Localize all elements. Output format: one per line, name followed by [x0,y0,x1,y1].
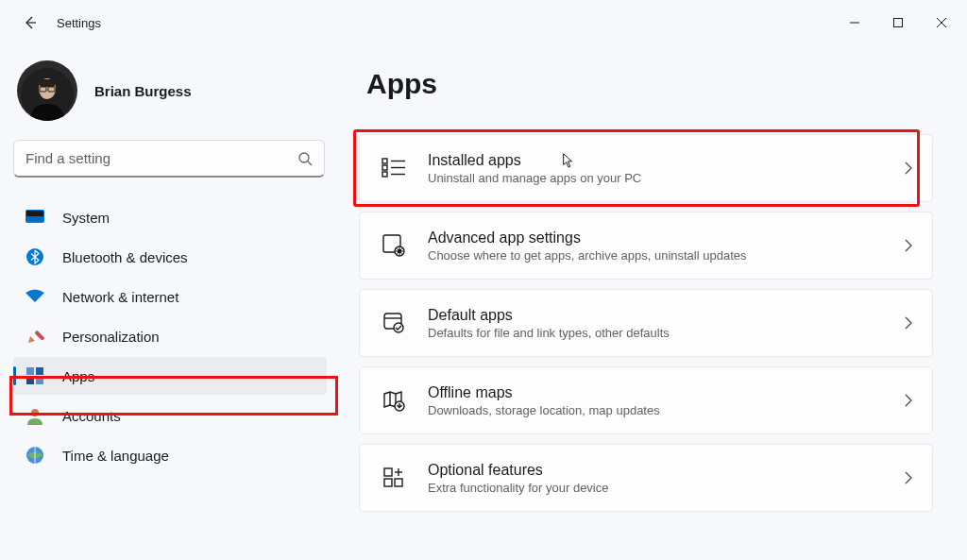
svg-point-20 [31,409,39,416]
card-title: Advanced app settings [428,229,892,246]
svg-rect-17 [36,367,43,375]
sidebar-item-personalization[interactable]: Personalization [13,317,327,355]
sidebar-item-bluetooth[interactable]: Bluetooth & devices [13,238,327,276]
svg-point-31 [399,250,401,253]
page-title: Apps [359,68,933,100]
svg-rect-39 [384,468,392,476]
advanced-settings-icon [379,230,409,261]
maps-icon [379,385,409,416]
sidebar-item-label: Personalization [62,329,160,345]
svg-rect-41 [395,479,402,486]
svg-rect-18 [26,377,34,384]
sidebar-item-time[interactable]: Time & language [13,436,327,474]
titlebar: Settings [0,0,967,45]
card-subtitle: Defaults for file and link types, other … [428,326,892,340]
svg-point-9 [299,153,309,162]
sidebar-item-system[interactable]: System [13,198,327,236]
chevron-right-icon [904,394,913,407]
minimize-button[interactable] [833,8,876,38]
wifi-icon [25,286,45,307]
cursor-icon [561,153,576,168]
card-subtitle: Uninstall and manage apps on your PC [428,171,892,185]
sidebar-item-label: Apps [62,368,94,384]
chevron-right-icon [904,161,913,175]
card-installed-apps[interactable]: Installed apps Uninstall and manage apps… [359,134,933,202]
optional-features-icon [379,463,409,493]
back-button[interactable] [11,4,49,42]
accounts-icon [25,405,45,426]
personalization-icon [25,326,45,347]
card-offline-maps[interactable]: Offline maps Downloads, storage location… [359,366,933,434]
sidebar: Brian Burgess System Bluetooth & devices… [0,45,340,560]
profile-name: Brian Burgess [94,83,192,99]
apps-icon [25,365,45,386]
sidebar-item-label: System [62,210,110,226]
time-icon [25,445,45,466]
profile-row[interactable]: Brian Burgess [13,53,327,140]
svg-rect-13 [26,216,43,221]
card-title: Optional features [428,462,892,479]
search-box[interactable] [13,140,325,178]
card-title: Default apps [428,307,892,324]
svg-rect-1 [894,19,903,27]
card-title: Offline maps [428,384,892,401]
sidebar-item-label: Bluetooth & devices [62,249,188,265]
sidebar-item-label: Time & language [62,448,169,464]
card-default-apps[interactable]: Default apps Defaults for file and link … [359,289,933,357]
svg-rect-25 [382,165,387,170]
close-button[interactable] [920,8,963,38]
search-icon [297,151,313,166]
svg-rect-40 [384,479,392,486]
avatar [17,60,77,121]
cards-list: Installed apps Uninstall and manage apps… [359,134,933,512]
card-title: Installed apps [428,152,892,169]
svg-rect-16 [26,367,34,375]
card-subtitle: Downloads, storage location, map updates [428,403,892,417]
svg-rect-23 [382,159,387,163]
window-title: Settings [57,16,101,30]
nav: System Bluetooth & devices Network & int… [13,198,327,474]
svg-rect-19 [36,377,43,384]
svg-rect-15 [34,331,44,341]
svg-rect-6 [40,79,55,87]
main-content: Apps Installed apps Uninstall and manage… [340,45,967,560]
bluetooth-icon [25,246,45,267]
svg-rect-27 [382,172,387,177]
chevron-right-icon [904,316,913,330]
card-subtitle: Extra functionality for your device [428,481,892,495]
card-optional-features[interactable]: Optional features Extra functionality fo… [359,444,933,512]
system-icon [25,207,45,228]
chevron-right-icon [904,471,913,484]
card-advanced-app-settings[interactable]: Advanced app settings Choose where to ge… [359,212,933,280]
chevron-right-icon [904,239,913,252]
sidebar-item-accounts[interactable]: Accounts [13,397,327,434]
sidebar-item-apps[interactable]: Apps [13,357,327,395]
sidebar-item-network[interactable]: Network & internet [13,278,327,315]
search-input[interactable] [25,150,297,166]
maximize-button[interactable] [876,8,920,38]
default-apps-icon [379,308,409,338]
sidebar-item-label: Accounts [62,408,121,424]
card-subtitle: Choose where to get apps, archive apps, … [428,248,892,263]
installed-apps-icon [379,153,409,183]
sidebar-item-label: Network & internet [62,289,178,305]
svg-point-34 [394,323,403,332]
svg-line-10 [308,161,312,165]
